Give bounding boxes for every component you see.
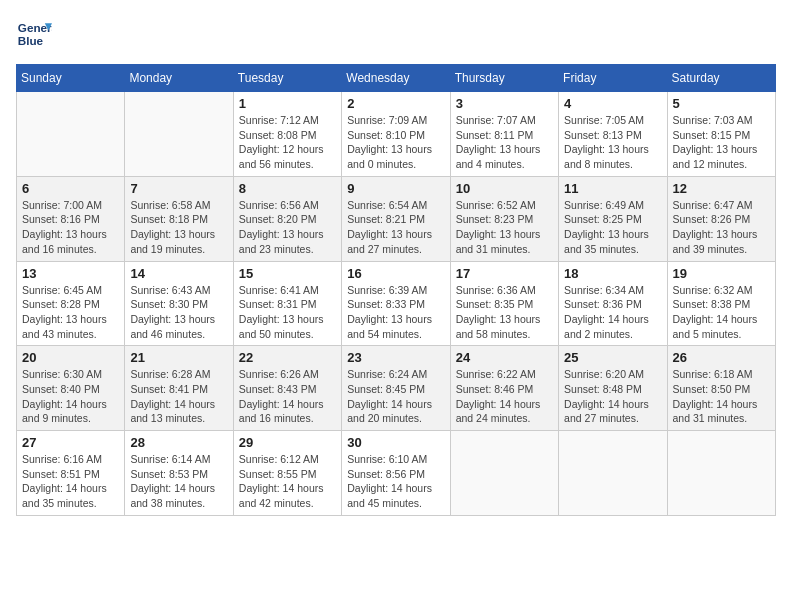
calendar-cell: 17Sunrise: 6:36 AM Sunset: 8:35 PM Dayli… — [450, 261, 558, 346]
logo: General Blue — [16, 16, 52, 52]
day-info: Sunrise: 7:05 AM Sunset: 8:13 PM Dayligh… — [564, 113, 661, 172]
calendar-table: SundayMondayTuesdayWednesdayThursdayFrid… — [16, 64, 776, 516]
day-number: 21 — [130, 350, 227, 365]
calendar-cell: 3Sunrise: 7:07 AM Sunset: 8:11 PM Daylig… — [450, 92, 558, 177]
calendar-cell: 2Sunrise: 7:09 AM Sunset: 8:10 PM Daylig… — [342, 92, 450, 177]
calendar-cell — [559, 431, 667, 516]
calendar-cell: 4Sunrise: 7:05 AM Sunset: 8:13 PM Daylig… — [559, 92, 667, 177]
calendar-cell: 9Sunrise: 6:54 AM Sunset: 8:21 PM Daylig… — [342, 176, 450, 261]
day-info: Sunrise: 6:54 AM Sunset: 8:21 PM Dayligh… — [347, 198, 444, 257]
day-number: 5 — [673, 96, 770, 111]
day-info: Sunrise: 6:28 AM Sunset: 8:41 PM Dayligh… — [130, 367, 227, 426]
day-number: 13 — [22, 266, 119, 281]
calendar-cell: 28Sunrise: 6:14 AM Sunset: 8:53 PM Dayli… — [125, 431, 233, 516]
weekday-header: Monday — [125, 65, 233, 92]
day-info: Sunrise: 6:39 AM Sunset: 8:33 PM Dayligh… — [347, 283, 444, 342]
day-info: Sunrise: 6:20 AM Sunset: 8:48 PM Dayligh… — [564, 367, 661, 426]
calendar-cell: 30Sunrise: 6:10 AM Sunset: 8:56 PM Dayli… — [342, 431, 450, 516]
weekday-header: Thursday — [450, 65, 558, 92]
day-number: 9 — [347, 181, 444, 196]
day-info: Sunrise: 6:22 AM Sunset: 8:46 PM Dayligh… — [456, 367, 553, 426]
weekday-header: Sunday — [17, 65, 125, 92]
calendar-cell — [125, 92, 233, 177]
svg-text:General: General — [18, 21, 52, 34]
day-info: Sunrise: 7:09 AM Sunset: 8:10 PM Dayligh… — [347, 113, 444, 172]
calendar-cell: 12Sunrise: 6:47 AM Sunset: 8:26 PM Dayli… — [667, 176, 775, 261]
day-number: 15 — [239, 266, 336, 281]
day-info: Sunrise: 7:07 AM Sunset: 8:11 PM Dayligh… — [456, 113, 553, 172]
day-info: Sunrise: 6:56 AM Sunset: 8:20 PM Dayligh… — [239, 198, 336, 257]
day-number: 18 — [564, 266, 661, 281]
day-info: Sunrise: 6:47 AM Sunset: 8:26 PM Dayligh… — [673, 198, 770, 257]
calendar-cell: 19Sunrise: 6:32 AM Sunset: 8:38 PM Dayli… — [667, 261, 775, 346]
day-info: Sunrise: 6:10 AM Sunset: 8:56 PM Dayligh… — [347, 452, 444, 511]
calendar-cell: 26Sunrise: 6:18 AM Sunset: 8:50 PM Dayli… — [667, 346, 775, 431]
day-number: 26 — [673, 350, 770, 365]
day-info: Sunrise: 7:00 AM Sunset: 8:16 PM Dayligh… — [22, 198, 119, 257]
day-number: 6 — [22, 181, 119, 196]
calendar-cell: 5Sunrise: 7:03 AM Sunset: 8:15 PM Daylig… — [667, 92, 775, 177]
page-header: General Blue — [16, 16, 776, 52]
day-number: 16 — [347, 266, 444, 281]
day-info: Sunrise: 6:26 AM Sunset: 8:43 PM Dayligh… — [239, 367, 336, 426]
day-number: 12 — [673, 181, 770, 196]
day-info: Sunrise: 6:41 AM Sunset: 8:31 PM Dayligh… — [239, 283, 336, 342]
calendar-header: SundayMondayTuesdayWednesdayThursdayFrid… — [17, 65, 776, 92]
day-info: Sunrise: 6:43 AM Sunset: 8:30 PM Dayligh… — [130, 283, 227, 342]
day-info: Sunrise: 6:49 AM Sunset: 8:25 PM Dayligh… — [564, 198, 661, 257]
calendar-cell — [667, 431, 775, 516]
day-number: 8 — [239, 181, 336, 196]
calendar-cell: 18Sunrise: 6:34 AM Sunset: 8:36 PM Dayli… — [559, 261, 667, 346]
calendar-cell: 23Sunrise: 6:24 AM Sunset: 8:45 PM Dayli… — [342, 346, 450, 431]
calendar-cell: 14Sunrise: 6:43 AM Sunset: 8:30 PM Dayli… — [125, 261, 233, 346]
weekday-header: Tuesday — [233, 65, 341, 92]
day-info: Sunrise: 6:12 AM Sunset: 8:55 PM Dayligh… — [239, 452, 336, 511]
day-number: 19 — [673, 266, 770, 281]
day-number: 14 — [130, 266, 227, 281]
calendar-cell: 7Sunrise: 6:58 AM Sunset: 8:18 PM Daylig… — [125, 176, 233, 261]
day-number: 25 — [564, 350, 661, 365]
calendar-cell — [17, 92, 125, 177]
day-info: Sunrise: 6:24 AM Sunset: 8:45 PM Dayligh… — [347, 367, 444, 426]
day-number: 7 — [130, 181, 227, 196]
calendar-cell: 20Sunrise: 6:30 AM Sunset: 8:40 PM Dayli… — [17, 346, 125, 431]
weekday-header: Wednesday — [342, 65, 450, 92]
svg-text:Blue: Blue — [18, 34, 44, 47]
calendar-cell: 6Sunrise: 7:00 AM Sunset: 8:16 PM Daylig… — [17, 176, 125, 261]
calendar-cell — [450, 431, 558, 516]
day-number: 20 — [22, 350, 119, 365]
calendar-cell: 15Sunrise: 6:41 AM Sunset: 8:31 PM Dayli… — [233, 261, 341, 346]
day-info: Sunrise: 6:16 AM Sunset: 8:51 PM Dayligh… — [22, 452, 119, 511]
day-number: 11 — [564, 181, 661, 196]
day-number: 3 — [456, 96, 553, 111]
calendar-cell: 1Sunrise: 7:12 AM Sunset: 8:08 PM Daylig… — [233, 92, 341, 177]
calendar-cell: 10Sunrise: 6:52 AM Sunset: 8:23 PM Dayli… — [450, 176, 558, 261]
logo-icon: General Blue — [16, 16, 52, 52]
day-info: Sunrise: 6:30 AM Sunset: 8:40 PM Dayligh… — [22, 367, 119, 426]
calendar-cell: 21Sunrise: 6:28 AM Sunset: 8:41 PM Dayli… — [125, 346, 233, 431]
calendar-cell: 8Sunrise: 6:56 AM Sunset: 8:20 PM Daylig… — [233, 176, 341, 261]
day-number: 27 — [22, 435, 119, 450]
day-number: 24 — [456, 350, 553, 365]
calendar-cell: 16Sunrise: 6:39 AM Sunset: 8:33 PM Dayli… — [342, 261, 450, 346]
day-info: Sunrise: 6:32 AM Sunset: 8:38 PM Dayligh… — [673, 283, 770, 342]
day-info: Sunrise: 6:52 AM Sunset: 8:23 PM Dayligh… — [456, 198, 553, 257]
weekday-header: Saturday — [667, 65, 775, 92]
day-number: 2 — [347, 96, 444, 111]
calendar-cell: 13Sunrise: 6:45 AM Sunset: 8:28 PM Dayli… — [17, 261, 125, 346]
day-info: Sunrise: 6:58 AM Sunset: 8:18 PM Dayligh… — [130, 198, 227, 257]
day-info: Sunrise: 6:14 AM Sunset: 8:53 PM Dayligh… — [130, 452, 227, 511]
day-info: Sunrise: 6:34 AM Sunset: 8:36 PM Dayligh… — [564, 283, 661, 342]
day-number: 10 — [456, 181, 553, 196]
day-number: 23 — [347, 350, 444, 365]
calendar-cell: 27Sunrise: 6:16 AM Sunset: 8:51 PM Dayli… — [17, 431, 125, 516]
day-info: Sunrise: 7:12 AM Sunset: 8:08 PM Dayligh… — [239, 113, 336, 172]
calendar-cell: 22Sunrise: 6:26 AM Sunset: 8:43 PM Dayli… — [233, 346, 341, 431]
day-number: 29 — [239, 435, 336, 450]
day-info: Sunrise: 6:18 AM Sunset: 8:50 PM Dayligh… — [673, 367, 770, 426]
day-info: Sunrise: 7:03 AM Sunset: 8:15 PM Dayligh… — [673, 113, 770, 172]
day-number: 22 — [239, 350, 336, 365]
weekday-header: Friday — [559, 65, 667, 92]
day-info: Sunrise: 6:45 AM Sunset: 8:28 PM Dayligh… — [22, 283, 119, 342]
calendar-cell: 29Sunrise: 6:12 AM Sunset: 8:55 PM Dayli… — [233, 431, 341, 516]
